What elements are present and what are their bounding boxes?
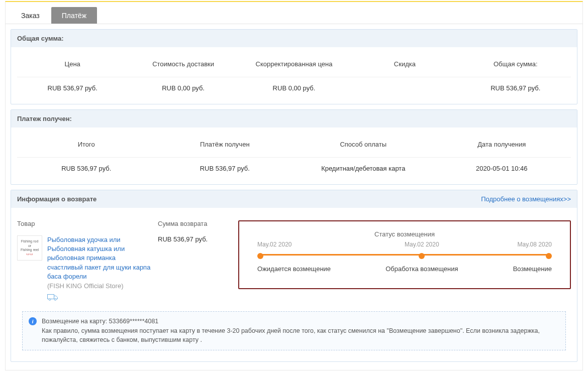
refund-amount: RUB 536,97 руб. [158,235,238,243]
product-thumb[interactable]: Fishing rod or Fishing reel ▭▭ [17,235,42,261]
product-title-link[interactable]: Рыболовная удочка или Рыболовная катушка… [47,235,153,281]
th-price: Цена [17,56,128,75]
info-icon: i [29,317,37,325]
td-r-method: Кредитная/дебетовая карта [294,157,433,175]
step-1: May.02 2020 Ожидается возмещение [257,241,331,273]
dot-icon [419,253,425,259]
td-r-date: 2020-05-01 10:46 [433,157,571,175]
notice-line1: Возмещение на карту: 533669******4081 [42,317,559,326]
rh-amount: Сумма возврата [158,220,238,227]
refund-notice: i Возмещение на карту: 533669******4081 … [22,311,566,350]
td-ship: RUB 0,00 руб. [128,77,238,95]
th-adj: Скорректированная цена [239,56,349,75]
panel-total-header: Общая сумма: [11,30,577,47]
truck-icon[interactable] [47,294,153,302]
td-disc [349,77,460,95]
step-2: May.02 2020 Обработка возмещения [385,241,458,273]
panel-received: Платеж получен: Итого Платёж получен Спо… [11,109,577,185]
th-ship: Стоимость доставки [128,56,238,75]
td-total: RUB 536,97 руб. [460,77,571,95]
td-r-recv: RUB 536,97 руб. [156,157,295,175]
svg-rect-0 [48,294,54,299]
product-store: (FISH KING Official Store) [47,282,153,290]
td-r-total: RUB 536,97 руб. [17,157,156,175]
step-3: May.08 2020 Возмещение [513,241,552,273]
tab-order[interactable]: Заказ [11,7,50,24]
dot-icon [546,253,552,259]
panel-refund-header: Информация о возврате [17,195,96,203]
th-disc: Скидка [349,56,460,75]
rh-status: Статус возмещения [257,230,552,238]
dot-icon [257,253,263,259]
th-r-method: Способ оплаты [294,137,433,155]
td-price: RUB 536,97 руб. [17,77,128,95]
td-adj: RUB 0,00 руб. [239,77,349,95]
th-r-total: Итого [17,137,156,155]
svg-point-2 [54,299,56,301]
tabs: Заказ Платёж [6,2,582,24]
th-total: Общая сумма: [460,56,571,75]
svg-point-1 [49,299,51,301]
tab-payment[interactable]: Платёж [51,7,97,24]
refund-status-frame: Статус возмещения May.02 2020 Ожидается … [238,220,571,289]
th-r-date: Дата получения [433,137,571,155]
refund-more-link[interactable]: Подробнее о возмещениях>> [481,195,571,203]
th-r-recv: Платёж получен [156,137,295,155]
notice-line2: Как правило, сумма возмещения поступает … [42,326,559,345]
rh-product: Товар [17,220,158,227]
panel-refund: Информация о возврате Подробнее о возмещ… [11,190,577,362]
panel-total: Общая сумма: Цена Стоимость доставки Ско… [11,29,577,104]
panel-received-header: Платеж получен: [11,110,577,128]
